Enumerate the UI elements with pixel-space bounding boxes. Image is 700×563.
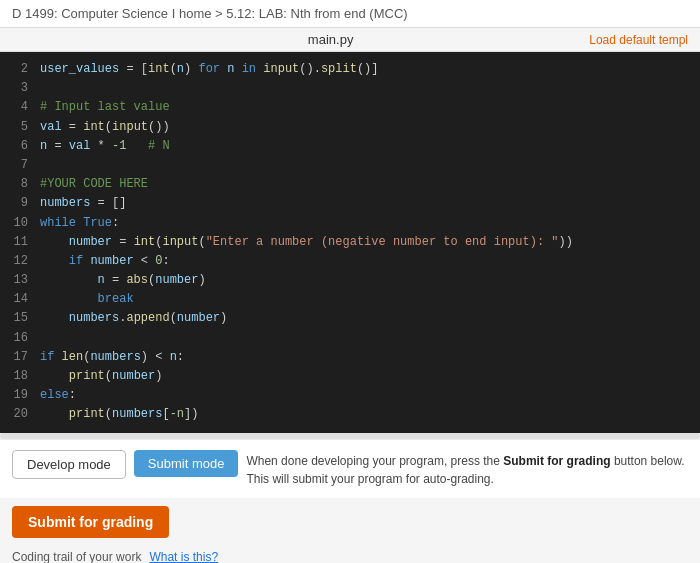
code-line: 19 else: xyxy=(12,386,688,405)
editor-title-bar: main.py Load default templ xyxy=(0,28,700,52)
code-line: 10 while True: xyxy=(12,214,688,233)
mode-desc-bold: Submit for grading xyxy=(503,454,610,468)
code-line: 12 if number < 0: xyxy=(12,252,688,271)
load-default-button[interactable]: Load default templ xyxy=(589,33,688,47)
code-line: 20 print(numbers[-n]) xyxy=(12,405,688,424)
code-line: 5 val = int(input()) xyxy=(12,118,688,137)
mode-desc-part1: When done developing your program, press… xyxy=(246,454,503,468)
code-line: 7 xyxy=(12,156,688,175)
what-is-this-link[interactable]: What is this? xyxy=(149,550,218,563)
breadcrumb: D 1499: Computer Science I home > 5.12: … xyxy=(0,0,700,28)
code-line: 9 numbers = [] xyxy=(12,194,688,213)
code-line: 17 if len(numbers) < n: xyxy=(12,348,688,367)
coding-trail-label: Coding trail of your work xyxy=(12,550,141,563)
code-line: 4 # Input last value xyxy=(12,98,688,117)
code-editor[interactable]: 2 user_values = [int(n) for n in input()… xyxy=(0,52,700,433)
code-line: 2 user_values = [int(n) for n in input()… xyxy=(12,60,688,79)
code-line: 13 n = abs(number) xyxy=(12,271,688,290)
code-line: 8 #YOUR CODE HERE xyxy=(12,175,688,194)
develop-mode-button[interactable]: Develop mode xyxy=(12,450,126,479)
code-line: 18 print(number) xyxy=(12,367,688,386)
breadcrumb-text: D 1499: Computer Science I home > 5.12: … xyxy=(12,6,408,21)
submit-mode-button[interactable]: Submit mode xyxy=(134,450,239,477)
submit-grading-area: Submit for grading xyxy=(0,498,700,550)
submit-grading-button[interactable]: Submit for grading xyxy=(12,506,169,538)
mode-row: Develop mode Submit mode When done devel… xyxy=(0,439,700,498)
coding-trail-section: Coding trail of your work What is this? … xyxy=(0,550,700,563)
editor-filename: main.py xyxy=(72,32,589,47)
code-line: 16 xyxy=(12,329,688,348)
code-line: 15 numbers.append(number) xyxy=(12,309,688,328)
code-line: 6 n = val * -1 # N xyxy=(12,137,688,156)
coding-trail-header: Coding trail of your work What is this? xyxy=(12,550,688,563)
code-line: 14 break xyxy=(12,290,688,309)
code-line: 3 xyxy=(12,79,688,98)
mode-description: When done developing your program, press… xyxy=(246,450,688,488)
code-line: 11 number = int(input("Enter a number (n… xyxy=(12,233,688,252)
